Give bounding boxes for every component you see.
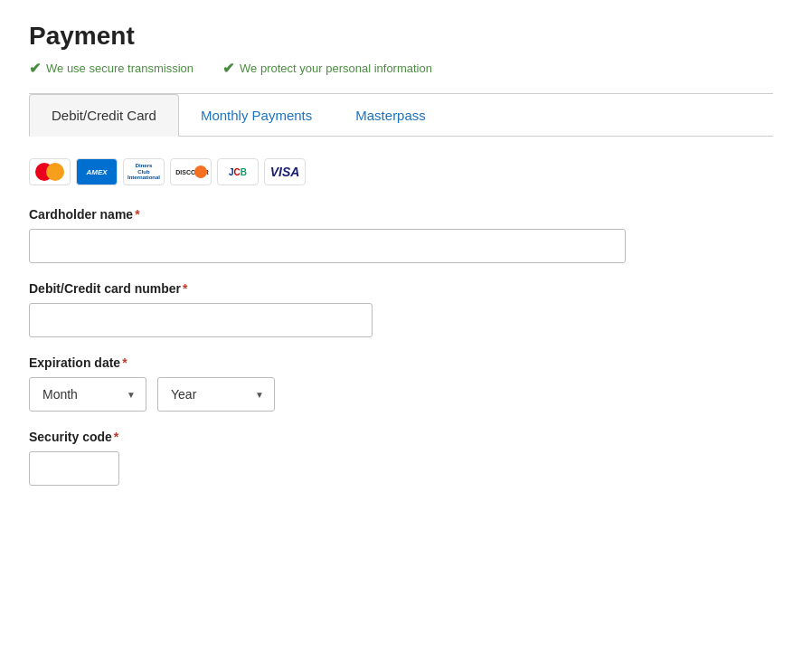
mc-orange-circle <box>46 163 64 181</box>
security-code-label: Security code* <box>29 430 773 444</box>
expiry-label: Expiration date* <box>29 355 773 370</box>
tab-monthly-payments[interactable]: Monthly Payments <box>179 94 334 136</box>
expiry-row: Month 01 02 03 04 05 06 07 08 09 10 11 1… <box>29 377 773 412</box>
expiry-required: * <box>122 355 127 370</box>
check-icon-2: ✔ <box>222 60 234 77</box>
payment-tabs: Debit/Credit Card Monthly Payments Maste… <box>29 94 773 137</box>
jcb-icon: JCB <box>217 158 259 185</box>
security-code-input[interactable] <box>29 451 119 486</box>
amex-icon: AMEX <box>76 158 118 185</box>
year-select-wrapper: Year 2024 2025 2026 2027 2028 2029 2030 … <box>157 377 275 412</box>
security-badge-personal: ✔ We protect your personal information <box>222 60 432 77</box>
mastercard-icon <box>29 158 71 185</box>
month-select-wrapper: Month 01 02 03 04 05 06 07 08 09 10 11 1… <box>29 377 146 412</box>
security-badges: ✔ We use secure transmission ✔ We protec… <box>29 60 773 77</box>
card-icons-row: AMEX DinersClubInternational DISCOVER JC… <box>29 158 773 185</box>
security-code-group: Security code* <box>29 430 773 486</box>
cardholder-label: Cardholder name* <box>29 207 773 222</box>
discover-icon: DISCOVER <box>170 158 212 185</box>
security-text-2: We protect your personal information <box>240 62 432 75</box>
tab-masterpass[interactable]: Masterpass <box>334 94 448 136</box>
diners-icon: DinersClubInternational <box>123 158 165 185</box>
year-select[interactable]: Year 2024 2025 2026 2027 2028 2029 2030 … <box>157 377 275 412</box>
security-text-1: We use secure transmission <box>46 62 193 75</box>
expiry-group: Expiration date* Month 01 02 03 04 05 06… <box>29 355 773 412</box>
page-container: Payment ✔ We use secure transmission ✔ W… <box>0 0 802 525</box>
card-number-label: Debit/Credit card number* <box>29 281 773 296</box>
card-number-input[interactable] <box>29 303 373 337</box>
page-title: Payment <box>29 22 773 51</box>
visa-icon: VISA <box>264 158 306 185</box>
tab-debit-credit[interactable]: Debit/Credit Card <box>29 94 179 137</box>
cardholder-required: * <box>135 207 139 222</box>
cardholder-group: Cardholder name* <box>29 207 773 263</box>
payment-form: Cardholder name* Debit/Credit card numbe… <box>29 207 773 486</box>
card-number-required: * <box>183 281 187 296</box>
card-number-group: Debit/Credit card number* <box>29 281 773 337</box>
check-icon-1: ✔ <box>29 60 41 77</box>
month-select[interactable]: Month 01 02 03 04 05 06 07 08 09 10 11 1… <box>29 377 146 412</box>
security-code-required: * <box>114 430 118 444</box>
security-badge-transmission: ✔ We use secure transmission <box>29 60 193 77</box>
cardholder-input[interactable] <box>29 229 626 263</box>
